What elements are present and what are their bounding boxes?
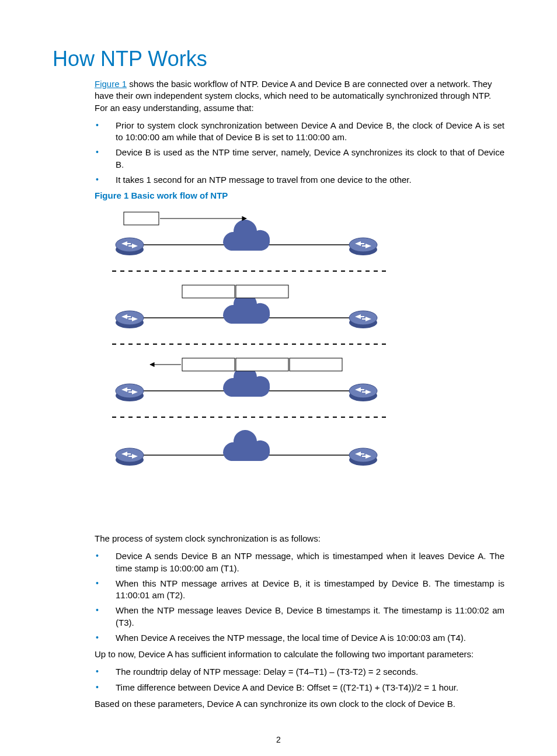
svg-rect-8 [182,285,235,298]
svg-rect-14 [290,358,342,371]
params-list: The roundtrip delay of NTP message: Dela… [95,666,504,693]
list-item: Device B is used as the NTP time server,… [95,147,504,171]
list-item: When this NTP message arrives at Device … [95,578,504,602]
svg-rect-12 [182,358,235,371]
assumption-list: Prior to system clock synchronization be… [95,120,504,186]
ntp-workflow-svg [95,204,398,514]
list-item: When the NTP message leaves Device B, De… [95,605,504,629]
intro-rest: shows the basic workflow of NTP. Device … [95,79,492,113]
list-item: Time difference between Device A and Dev… [95,682,504,693]
svg-rect-3 [124,212,159,225]
figure-1-diagram [95,204,504,515]
svg-rect-9 [236,285,288,298]
params-lead: Up to now, Device A has sufficient infor… [95,649,504,660]
list-item: Prior to system clock synchronization be… [95,120,504,144]
svg-rect-13 [236,358,288,371]
page-number: 2 [0,735,557,744]
list-item: The roundtrip delay of NTP message: Dela… [95,666,504,678]
figure-1-link[interactable]: Figure 1 [95,79,127,89]
list-item: Device A sends Device B an NTP message, … [95,550,504,574]
process-list: Device A sends Device B an NTP message, … [95,550,504,644]
list-item: It takes 1 second for an NTP message to … [95,174,504,186]
page: How NTP Works Figure 1 shows the basic w… [0,0,557,756]
page-title: How NTP Works [53,47,504,71]
closing-paragraph: Based on these parameters, Device A can … [95,698,504,710]
figure-caption: Figure 1 Basic work flow of NTP [95,190,504,200]
intro-paragraph: Figure 1 shows the basic workflow of NTP… [95,78,504,114]
body: Figure 1 shows the basic workflow of NTP… [95,78,504,710]
process-lead: The process of system clock synchronizat… [95,533,504,545]
list-item: When Device A receives the NTP message, … [95,632,504,644]
